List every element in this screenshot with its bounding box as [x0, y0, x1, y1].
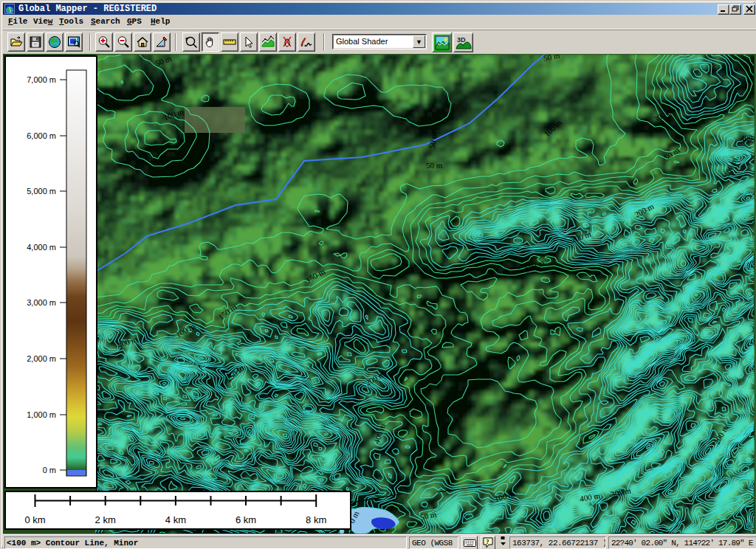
svg-text:3D: 3D	[457, 36, 466, 44]
svg-text:0 km: 0 km	[24, 514, 45, 525]
svg-text:5,000 m: 5,000 m	[27, 187, 56, 196]
svg-text:4,000 m: 4,000 m	[27, 243, 56, 252]
svg-text:2 km: 2 km	[95, 514, 116, 525]
svg-text:?: ?	[486, 538, 489, 545]
svg-text:2,000 m: 2,000 m	[27, 354, 56, 363]
svg-text:1,000 m: 1,000 m	[27, 410, 56, 419]
svg-text:3,000 m: 3,000 m	[27, 298, 56, 307]
svg-text:4 km: 4 km	[165, 514, 186, 525]
svg-text:6 km: 6 km	[236, 514, 256, 525]
svg-text:7,000 m: 7,000 m	[27, 75, 56, 84]
svg-text:8 km: 8 km	[306, 514, 326, 525]
svg-text:0 m: 0 m	[43, 466, 56, 474]
svg-text:6,000 m: 6,000 m	[27, 131, 56, 140]
svg-text:400 m: 400 m	[740, 134, 755, 142]
svg-text:50 m: 50 m	[426, 161, 443, 170]
